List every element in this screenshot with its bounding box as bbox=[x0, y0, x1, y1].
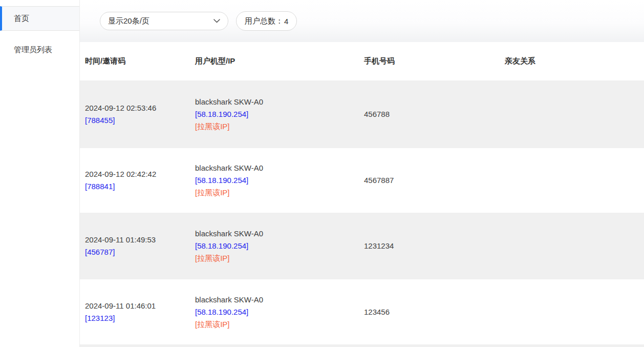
cell-phone: 1231234 bbox=[364, 240, 505, 252]
user-total-label: 用户总数： bbox=[245, 16, 283, 26]
column-header-time: 时间/邀请码 bbox=[80, 56, 195, 66]
main-content: 显示20条/页 用户总数： 4 时间/邀请码 用户机型/IP 手机号码 亲友关系 bbox=[80, 0, 644, 347]
page-size-select-value: 显示20条/页 bbox=[108, 16, 149, 26]
blacklist-ip-link[interactable]: [拉黑该IP] bbox=[195, 120, 364, 133]
table-row: 2024-09-11 01:49:53 [456787] blackshark … bbox=[80, 213, 644, 279]
time-text: 2024-09-12 02:53:46 bbox=[85, 102, 195, 114]
sidebar-item-admin-list-label: 管理员列表 bbox=[14, 45, 52, 55]
device-name: blackshark SKW-A0 bbox=[195, 162, 364, 174]
cell-time: 2024-09-12 02:42:42 [788841] bbox=[80, 168, 195, 193]
invite-code-link[interactable]: [788841] bbox=[85, 180, 195, 193]
blacklist-ip-link[interactable]: [拉黑该IP] bbox=[195, 187, 364, 199]
table-row: 2024-09-11 01:46:01 [123123] blackshark … bbox=[80, 279, 644, 344]
next-row-partial bbox=[80, 344, 644, 347]
cell-phone: 123456 bbox=[364, 306, 505, 318]
column-header-phone: 手机号码 bbox=[364, 56, 505, 66]
sidebar-item-home[interactable]: 首页 bbox=[0, 6, 79, 31]
time-text: 2024-09-12 02:42:42 bbox=[85, 168, 195, 180]
sidebar: 首页 管理员列表 bbox=[0, 0, 80, 347]
cell-time: 2024-09-12 02:53:46 [788455] bbox=[80, 102, 195, 127]
column-header-device: 用户机型/IP bbox=[195, 56, 364, 66]
ip-link[interactable]: [58.18.190.254] bbox=[195, 306, 364, 318]
toolbar: 显示20条/页 用户总数： 4 bbox=[80, 0, 644, 42]
table-row: 2024-09-12 02:53:46 [788455] blackshark … bbox=[80, 80, 644, 148]
column-header-relation: 亲友关系 bbox=[505, 56, 644, 66]
user-total-badge: 用户总数： 4 bbox=[236, 11, 297, 31]
invite-code-link[interactable]: [788455] bbox=[85, 114, 195, 127]
cell-device: blackshark SKW-A0 [58.18.190.254] [拉黑该IP… bbox=[195, 294, 364, 331]
blacklist-ip-link[interactable]: [拉黑该IP] bbox=[195, 252, 364, 264]
sidebar-item-home-label: 首页 bbox=[14, 14, 29, 24]
table-body: 2024-09-12 02:53:46 [788455] blackshark … bbox=[80, 80, 644, 347]
invite-code-link[interactable]: [456787] bbox=[85, 246, 195, 258]
chevron-down-icon bbox=[213, 19, 220, 23]
ip-link[interactable]: [58.18.190.254] bbox=[195, 108, 364, 120]
cell-phone: 4567887 bbox=[364, 174, 505, 187]
cell-device: blackshark SKW-A0 [58.18.190.254] [拉黑该IP… bbox=[195, 162, 364, 199]
cell-phone: 456788 bbox=[364, 108, 505, 120]
time-text: 2024-09-11 01:49:53 bbox=[85, 234, 195, 246]
blacklist-ip-link[interactable]: [拉黑该IP] bbox=[195, 318, 364, 331]
cell-time: 2024-09-11 01:49:53 [456787] bbox=[80, 234, 195, 258]
device-name: blackshark SKW-A0 bbox=[195, 96, 364, 108]
cell-device: blackshark SKW-A0 [58.18.190.254] [拉黑该IP… bbox=[195, 228, 364, 264]
time-text: 2024-09-11 01:46:01 bbox=[85, 300, 195, 312]
ip-link[interactable]: [58.18.190.254] bbox=[195, 174, 364, 187]
table-header-row: 时间/邀请码 用户机型/IP 手机号码 亲友关系 bbox=[80, 42, 644, 80]
table-row: 2024-09-12 02:42:42 [788841] blackshark … bbox=[80, 148, 644, 213]
user-total-count: 4 bbox=[284, 17, 288, 26]
app-window: 首页 管理员列表 显示20条/页 用户总数： 4 bbox=[0, 0, 644, 347]
device-name: blackshark SKW-A0 bbox=[195, 228, 364, 240]
cell-device: blackshark SKW-A0 [58.18.190.254] [拉黑该IP… bbox=[195, 96, 364, 133]
ip-link[interactable]: [58.18.190.254] bbox=[195, 240, 364, 252]
device-name: blackshark SKW-A0 bbox=[195, 294, 364, 306]
sidebar-item-admin-list[interactable]: 管理员列表 bbox=[0, 37, 79, 63]
page-size-select[interactable]: 显示20条/页 bbox=[100, 12, 228, 30]
user-table: 时间/邀请码 用户机型/IP 手机号码 亲友关系 2024-09-12 02:5… bbox=[80, 42, 644, 347]
cell-time: 2024-09-11 01:46:01 [123123] bbox=[80, 300, 195, 324]
invite-code-link[interactable]: [123123] bbox=[85, 312, 195, 324]
